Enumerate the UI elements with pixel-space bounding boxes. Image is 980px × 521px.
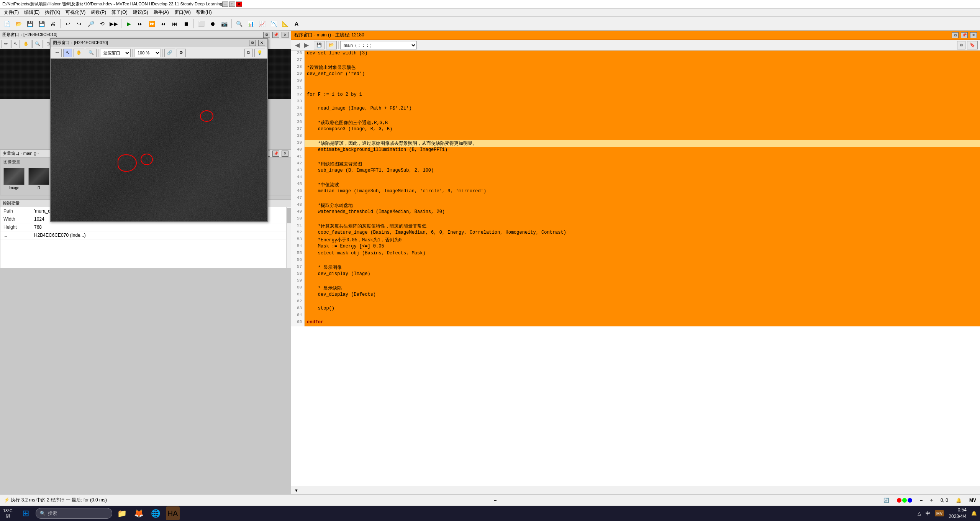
menu-execute[interactable]: 执行(X) bbox=[43, 8, 62, 16]
code-expand-btn[interactable]: ⧉ bbox=[957, 41, 965, 49]
img-win-2-close[interactable]: ✕ bbox=[258, 40, 265, 46]
code-line-content[interactable]: sub_image (B, ImageFFT1, ImageSub, 2, 10… bbox=[305, 168, 980, 175]
code-line-content[interactable]: stop() bbox=[305, 306, 980, 313]
var-win-pin[interactable]: 📌 bbox=[272, 151, 279, 157]
code-line-content[interactable]: endfor bbox=[305, 319, 980, 326]
code-line-content[interactable]: dev_set_line_width (3) bbox=[305, 51, 980, 57]
img-settings-2[interactable]: ⚙ bbox=[177, 49, 186, 57]
taskbar-app-files[interactable]: 📁 bbox=[115, 506, 129, 520]
code-line-content[interactable] bbox=[305, 99, 980, 106]
search-bar[interactable]: 🔍 搜索 bbox=[36, 508, 112, 519]
find-button[interactable]: 🔎 bbox=[85, 18, 96, 29]
code-bookmark-btn[interactable]: 🔖 bbox=[967, 41, 978, 49]
print-button[interactable]: 🖨 bbox=[48, 18, 58, 29]
tray-mv[interactable]: MV bbox=[935, 510, 944, 516]
menu-edit[interactable]: 编辑(E) bbox=[22, 8, 42, 16]
toggle-button[interactable]: ⬜ bbox=[196, 18, 206, 29]
code-line-content[interactable]: decompose3 (Image, R, G, B) bbox=[305, 126, 980, 133]
start-button[interactable]: ⊞ bbox=[19, 506, 33, 520]
record-button[interactable]: ⏺ bbox=[207, 18, 218, 29]
replace-button[interactable]: ⟲ bbox=[97, 18, 108, 29]
code-win-close[interactable]: ✕ bbox=[970, 32, 977, 38]
restart-button[interactable]: ⏮ bbox=[169, 18, 180, 29]
menu-window[interactable]: 窗口(W) bbox=[172, 8, 193, 16]
code-line-content[interactable] bbox=[305, 133, 980, 140]
chart-button[interactable]: 📊 bbox=[245, 18, 256, 29]
code-line-content[interactable] bbox=[305, 216, 980, 223]
taskbar-app-browser1[interactable]: 🦊 bbox=[132, 506, 146, 520]
code-line-content[interactable] bbox=[305, 78, 980, 85]
profile-button[interactable]: 📈 bbox=[257, 18, 267, 29]
paint-tool-2[interactable]: ✏ bbox=[53, 49, 62, 57]
code-line-content[interactable]: *设置输出对象显示颜色 bbox=[305, 64, 980, 71]
taskbar-app-halcon[interactable]: HA bbox=[166, 506, 180, 520]
save-as-button[interactable]: 💾 bbox=[36, 18, 47, 29]
code-area[interactable]: 26dev_set_line_width (3)2728*设置输出对象显示颜色2… bbox=[291, 51, 980, 486]
code-line-content[interactable]: *用缺陷图减去背景图 bbox=[305, 161, 980, 168]
redo-button[interactable]: ↪ bbox=[74, 18, 85, 29]
code-line-content[interactable]: watersheds_threshold (ImageMedian, Basin… bbox=[305, 209, 980, 216]
code-line-content[interactable]: *计算灰度共生矩阵的灰度值特性，暗斑的能量非常低 bbox=[305, 223, 980, 230]
code-line-content[interactable]: select_mask_obj (Basins, Defects, Mask) bbox=[305, 251, 980, 257]
code-line-content[interactable] bbox=[305, 299, 980, 306]
layers-btn-2[interactable]: ⧉ bbox=[244, 49, 253, 57]
open-button[interactable]: 📂 bbox=[13, 18, 24, 29]
function-selector[interactable]: main（：：：） bbox=[340, 41, 417, 49]
code-line-content[interactable]: *提取分水岭盆地 bbox=[305, 202, 980, 209]
cursor-tool[interactable]: ↖ bbox=[11, 40, 20, 48]
tray-lang[interactable]: 中 bbox=[926, 510, 930, 517]
code-line-content[interactable]: *获取彩色图像的三个通道,R,G,B bbox=[305, 120, 980, 126]
step-into-button[interactable]: ⏩ bbox=[146, 18, 157, 29]
code-line-content[interactable]: Mask := Energy [<=] 0.05 bbox=[305, 244, 980, 251]
stop-button[interactable]: ⏹ bbox=[181, 18, 192, 29]
measure-button[interactable]: 📐 bbox=[280, 18, 290, 29]
img-win-1-pin[interactable]: 📌 bbox=[272, 32, 279, 38]
code-line-content[interactable]: median_image (ImageSub, ImageMedian, 'ci… bbox=[305, 188, 980, 195]
code-line-content[interactable]: dev_display (Image) bbox=[305, 271, 980, 278]
code-line-content[interactable]: for F := 1 to 2 by 1 bbox=[305, 92, 980, 99]
tray-chevron[interactable]: △ bbox=[918, 511, 921, 516]
maximize-button[interactable]: □ bbox=[229, 2, 235, 7]
hand-tool[interactable]: ✋ bbox=[21, 40, 31, 48]
zoom-level-dropdown[interactable]: 100 % bbox=[134, 49, 161, 57]
zoom-fit-button[interactable]: 🔍 bbox=[234, 18, 244, 29]
bell-icon[interactable]: 🔔 bbox=[956, 498, 962, 503]
var-win-close[interactable]: ✕ bbox=[282, 151, 288, 157]
notification-icon[interactable]: 🔔 bbox=[971, 511, 977, 516]
code-line-content[interactable]: * 显示缺陷 bbox=[305, 285, 980, 292]
code-save-btn[interactable]: 💾 bbox=[314, 41, 324, 49]
zoom-tool[interactable]: 🔍 bbox=[32, 40, 43, 48]
run-button[interactable]: ▶ bbox=[123, 18, 134, 29]
nav-next-button[interactable]: ▶ bbox=[303, 41, 310, 49]
code-line-content[interactable] bbox=[305, 113, 980, 120]
code-line-content[interactable]: * 显示图像 bbox=[305, 264, 980, 271]
img-win-2-float[interactable]: ⧉ bbox=[249, 40, 256, 46]
code-line-content[interactable]: *中值滤波 bbox=[305, 182, 980, 188]
ctrl-var-scrollbar[interactable] bbox=[286, 207, 291, 268]
img-win-2-header[interactable]: 图形窗口：[H2B4EC6CE070] ⧉ ✕ bbox=[51, 39, 267, 47]
capture-button[interactable]: 📷 bbox=[219, 18, 229, 29]
font-button[interactable]: A bbox=[291, 18, 302, 29]
code-win-pin[interactable]: 📌 bbox=[961, 32, 968, 38]
refresh-icon[interactable]: 🔄 bbox=[883, 498, 889, 503]
menu-assistant[interactable]: 助手(A) bbox=[151, 8, 171, 16]
code-line-content[interactable] bbox=[305, 278, 980, 285]
zoom-tool-2[interactable]: 🔍 bbox=[86, 49, 97, 57]
img-win-1-float[interactable]: ⧉ bbox=[263, 32, 270, 38]
paint-tool[interactable]: ✏ bbox=[2, 40, 10, 48]
step-over-button[interactable]: ⏭ bbox=[135, 18, 146, 29]
new-button[interactable]: 📄 bbox=[2, 18, 12, 29]
hand-tool-2[interactable]: ✋ bbox=[74, 49, 84, 57]
time-block[interactable]: 0:54 2023/4/4 bbox=[949, 507, 967, 520]
minimize-button[interactable]: ─ bbox=[222, 2, 228, 7]
code-line-content[interactable]: dev_display (Defects) bbox=[305, 292, 980, 299]
link-tool-2[interactable]: 🔗 bbox=[164, 49, 175, 57]
nav-prev-button[interactable]: ◀ bbox=[293, 41, 301, 49]
save-button[interactable]: 💾 bbox=[25, 18, 35, 29]
code-nav-arrow-down[interactable]: ▼ bbox=[294, 488, 298, 493]
menu-file[interactable]: 文件(F) bbox=[2, 8, 21, 16]
code-line-content[interactable] bbox=[305, 154, 980, 161]
code-line-content[interactable]: *缺陷是暗斑，因此，通过原始图像减去背景照明，从而使缺陷变得更加明显。 bbox=[305, 140, 980, 147]
code-open-btn[interactable]: 📂 bbox=[326, 41, 337, 49]
code-line-content[interactable] bbox=[305, 85, 980, 92]
